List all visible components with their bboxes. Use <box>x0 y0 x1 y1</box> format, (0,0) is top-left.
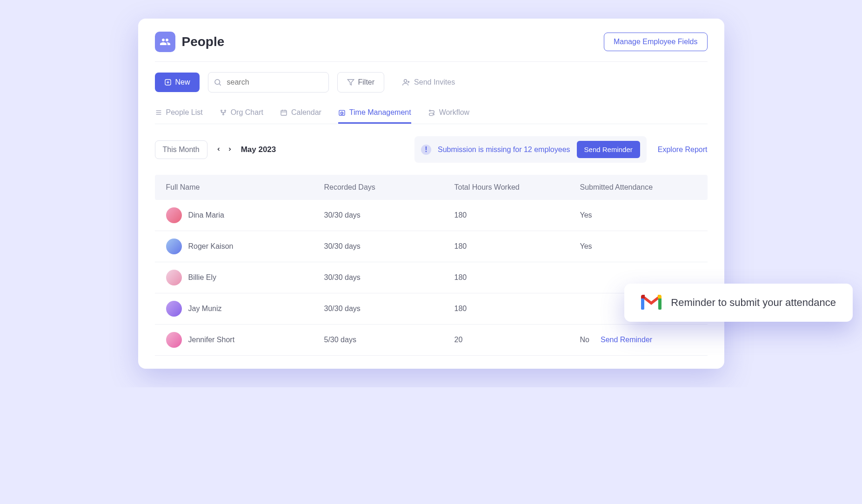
title-wrap: People <box>155 32 225 52</box>
col-header-hours: Total Hours Worked <box>454 183 580 192</box>
filter-icon <box>347 79 354 86</box>
workflow-icon <box>428 109 435 116</box>
tab-label: Workflow <box>439 108 470 117</box>
controls-bar: This Month May 2023 ! Submission is miss… <box>155 124 708 175</box>
col-header-name: Full Name <box>166 183 324 192</box>
row-send-reminder-link[interactable]: Send Reminder <box>601 336 652 344</box>
period-nav <box>214 144 234 156</box>
svg-point-3 <box>215 80 220 85</box>
search-box <box>208 72 329 93</box>
employee-name: Billie Ely <box>188 273 216 282</box>
submitted-value: Yes <box>580 211 592 219</box>
tab-people-list[interactable]: People List <box>155 103 203 124</box>
new-button[interactable]: New <box>155 73 200 92</box>
period-controls: This Month May 2023 <box>155 140 276 159</box>
gmail-icon <box>641 295 662 311</box>
filter-label: Filter <box>358 78 375 86</box>
svg-rect-25 <box>641 297 644 310</box>
tab-label: People List <box>166 108 203 117</box>
plus-icon <box>164 79 172 86</box>
total-hours: 180 <box>454 305 580 313</box>
explore-report-link[interactable]: Explore Report <box>658 146 708 154</box>
avatar <box>166 332 182 348</box>
calendar-icon <box>280 109 287 116</box>
tab-label: Time Management <box>349 108 411 117</box>
svg-line-22 <box>342 113 342 113</box>
manage-employee-fields-button[interactable]: Manage Employee Fields <box>604 33 708 51</box>
attendance-table: Full Name Recorded Days Total Hours Work… <box>155 175 708 356</box>
toast-text: Reminder to submit your attendance <box>671 297 836 309</box>
tabs: People List Org Chart Calendar Time Mana… <box>155 103 708 124</box>
page-title: People <box>182 34 225 49</box>
svg-point-14 <box>222 114 224 115</box>
table-header: Full Name Recorded Days Total Hours Work… <box>155 175 708 200</box>
people-icon <box>155 32 175 52</box>
recorded-days: 30/30 days <box>324 242 454 251</box>
col-header-days: Recorded Days <box>324 183 454 192</box>
avatar <box>166 301 182 317</box>
svg-point-12 <box>221 110 222 112</box>
table-row[interactable]: Roger Kaison 30/30 days 180 Yes <box>155 231 708 262</box>
right-controls: ! Submission is missing for 12 employees… <box>414 136 708 163</box>
period-select[interactable]: This Month <box>155 140 207 159</box>
filter-button[interactable]: Filter <box>337 72 385 93</box>
reminder-toast: Reminder to submit your attendance <box>624 284 853 322</box>
svg-point-23 <box>429 110 430 112</box>
svg-rect-26 <box>658 297 662 310</box>
svg-rect-15 <box>281 110 287 115</box>
alert-text: Submission is missing for 12 employees <box>438 146 570 154</box>
tab-calendar[interactable]: Calendar <box>280 103 321 124</box>
svg-point-6 <box>404 80 407 82</box>
col-header-submitted: Submitted Attendance <box>580 183 696 192</box>
svg-point-13 <box>224 110 226 112</box>
svg-point-24 <box>433 114 434 115</box>
tab-time-management[interactable]: Time Management <box>338 103 411 124</box>
alert-icon: ! <box>421 145 431 155</box>
avatar <box>166 207 182 223</box>
employee-name: Jennifer Short <box>188 336 235 344</box>
user-plus-icon <box>402 78 410 86</box>
recorded-days: 30/30 days <box>324 273 454 282</box>
recorded-days: 30/30 days <box>324 211 454 219</box>
header: People Manage Employee Fields <box>155 32 708 62</box>
list-icon <box>155 109 162 116</box>
tab-label: Org Chart <box>231 108 263 117</box>
employee-name: Jay Muniz <box>188 305 222 313</box>
svg-marker-5 <box>347 80 354 85</box>
send-reminder-button[interactable]: Send Reminder <box>577 141 640 158</box>
total-hours: 180 <box>454 273 580 282</box>
org-icon <box>220 109 227 116</box>
submitted-value: No <box>580 336 589 344</box>
new-button-label: New <box>175 78 190 86</box>
tab-org-chart[interactable]: Org Chart <box>220 103 263 124</box>
toolbar: New Filter Send Invites <box>155 62 708 103</box>
alert-bar: ! Submission is missing for 12 employees… <box>414 136 647 163</box>
tab-workflow[interactable]: Workflow <box>428 103 470 124</box>
submitted-value: Yes <box>580 242 592 251</box>
avatar <box>166 239 182 254</box>
svg-line-4 <box>219 84 221 85</box>
employee-name: Dina Maria <box>188 211 224 219</box>
total-hours: 20 <box>454 336 580 344</box>
tab-label: Calendar <box>291 108 321 117</box>
clock-icon <box>338 109 346 116</box>
chevron-left-icon <box>216 146 221 152</box>
total-hours: 180 <box>454 242 580 251</box>
prev-period-button[interactable] <box>214 144 223 156</box>
chevron-right-icon <box>227 146 233 152</box>
next-period-button[interactable] <box>225 144 234 156</box>
search-input[interactable] <box>208 72 329 93</box>
avatar <box>166 270 182 285</box>
send-invites-button[interactable]: Send Invites <box>402 78 455 86</box>
period-label: May 2023 <box>241 145 276 154</box>
recorded-days: 30/30 days <box>324 305 454 313</box>
search-icon <box>214 78 222 86</box>
table-row[interactable]: Jennifer Short 5/30 days 20 No Send Remi… <box>155 325 708 356</box>
recorded-days: 5/30 days <box>324 336 454 344</box>
total-hours: 180 <box>454 211 580 219</box>
employee-name: Roger Kaison <box>188 242 234 251</box>
send-invites-label: Send Invites <box>414 78 455 86</box>
table-row[interactable]: Dina Maria 30/30 days 180 Yes <box>155 200 708 231</box>
